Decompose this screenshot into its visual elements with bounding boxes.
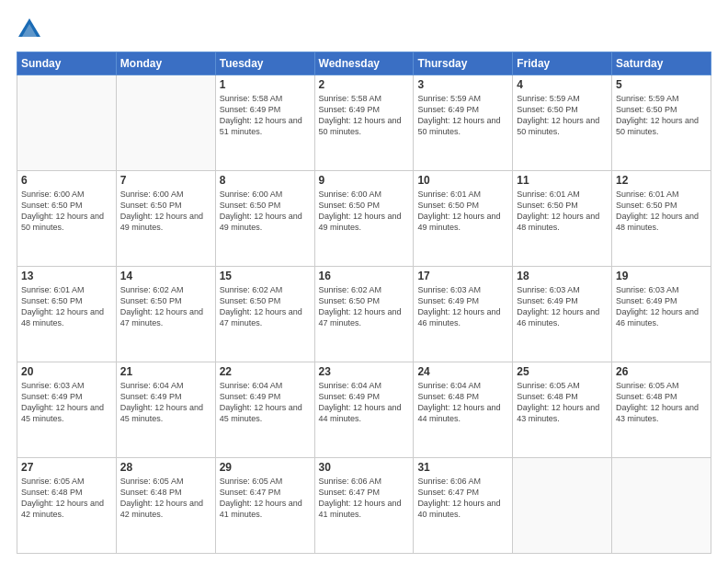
day-info: Sunrise: 5:59 AM Sunset: 6:50 PM Dayligh… (616, 93, 707, 138)
day-info: Sunrise: 6:03 AM Sunset: 6:49 PM Dayligh… (21, 380, 112, 425)
day-info: Sunrise: 6:03 AM Sunset: 6:49 PM Dayligh… (616, 284, 707, 329)
calendar-header-day: Tuesday (215, 52, 314, 75)
day-number: 21 (120, 365, 211, 378)
calendar-day-cell: 5Sunrise: 5:59 AM Sunset: 6:50 PM Daylig… (612, 75, 711, 171)
day-number: 19 (616, 270, 707, 282)
page: SundayMondayTuesdayWednesdayThursdayFrid… (0, 0, 728, 563)
calendar-day-cell: 24Sunrise: 6:04 AM Sunset: 6:48 PM Dayli… (414, 362, 513, 458)
day-info: Sunrise: 6:00 AM Sunset: 6:50 PM Dayligh… (21, 189, 112, 234)
day-info: Sunrise: 6:00 AM Sunset: 6:50 PM Dayligh… (319, 189, 410, 234)
day-number: 26 (616, 365, 707, 378)
calendar-day-cell (612, 458, 711, 554)
calendar-week-row: 13Sunrise: 6:01 AM Sunset: 6:50 PM Dayli… (17, 267, 711, 362)
day-number: 20 (21, 365, 112, 378)
calendar-day-cell (513, 458, 612, 554)
calendar-week-row: 6Sunrise: 6:00 AM Sunset: 6:50 PM Daylig… (17, 171, 711, 267)
day-info: Sunrise: 6:03 AM Sunset: 6:49 PM Dayligh… (417, 284, 508, 329)
calendar-day-cell: 17Sunrise: 6:03 AM Sunset: 6:49 PM Dayli… (414, 267, 513, 362)
day-number: 10 (417, 174, 508, 187)
day-info: Sunrise: 6:01 AM Sunset: 6:50 PM Dayligh… (21, 284, 112, 329)
calendar-day-cell: 19Sunrise: 6:03 AM Sunset: 6:49 PM Dayli… (612, 267, 711, 362)
calendar-day-cell: 20Sunrise: 6:03 AM Sunset: 6:49 PM Dayli… (17, 362, 117, 458)
calendar-day-cell (17, 75, 117, 171)
day-number: 1 (220, 78, 311, 91)
calendar-week-row: 1Sunrise: 5:58 AM Sunset: 6:49 PM Daylig… (17, 75, 711, 171)
day-number: 6 (21, 174, 112, 187)
day-number: 30 (319, 461, 410, 474)
day-number: 29 (220, 461, 311, 474)
calendar-day-cell: 26Sunrise: 6:05 AM Sunset: 6:48 PM Dayli… (612, 362, 711, 458)
calendar-day-cell: 8Sunrise: 6:00 AM Sunset: 6:50 PM Daylig… (215, 171, 314, 267)
day-info: Sunrise: 5:58 AM Sunset: 6:49 PM Dayligh… (319, 93, 410, 138)
calendar-day-cell: 2Sunrise: 5:58 AM Sunset: 6:49 PM Daylig… (314, 75, 414, 171)
calendar-day-cell: 18Sunrise: 6:03 AM Sunset: 6:49 PM Dayli… (513, 267, 612, 362)
day-info: Sunrise: 6:02 AM Sunset: 6:50 PM Dayligh… (319, 284, 410, 329)
header (17, 17, 711, 42)
calendar-day-cell (116, 75, 215, 171)
day-info: Sunrise: 6:01 AM Sunset: 6:50 PM Dayligh… (417, 189, 508, 234)
calendar-table: SundayMondayTuesdayWednesdayThursdayFrid… (17, 52, 711, 554)
day-number: 31 (417, 461, 508, 474)
calendar-header-row: SundayMondayTuesdayWednesdayThursdayFrid… (17, 52, 711, 75)
day-info: Sunrise: 6:01 AM Sunset: 6:50 PM Dayligh… (616, 189, 707, 234)
day-info: Sunrise: 6:05 AM Sunset: 6:48 PM Dayligh… (616, 380, 707, 425)
calendar-day-cell: 23Sunrise: 6:04 AM Sunset: 6:49 PM Dayli… (314, 362, 414, 458)
day-number: 18 (517, 270, 608, 282)
calendar-day-cell: 31Sunrise: 6:06 AM Sunset: 6:47 PM Dayli… (414, 458, 513, 554)
day-number: 3 (417, 78, 508, 91)
calendar-day-cell: 15Sunrise: 6:02 AM Sunset: 6:50 PM Dayli… (215, 267, 314, 362)
calendar-day-cell: 1Sunrise: 5:58 AM Sunset: 6:49 PM Daylig… (215, 75, 314, 171)
day-info: Sunrise: 5:58 AM Sunset: 6:49 PM Dayligh… (220, 93, 311, 138)
calendar-day-cell: 25Sunrise: 6:05 AM Sunset: 6:48 PM Dayli… (513, 362, 612, 458)
logo (17, 17, 46, 42)
day-number: 22 (220, 365, 311, 378)
day-info: Sunrise: 6:04 AM Sunset: 6:49 PM Dayligh… (220, 380, 311, 425)
calendar-day-cell: 14Sunrise: 6:02 AM Sunset: 6:50 PM Dayli… (116, 267, 215, 362)
calendar-week-row: 20Sunrise: 6:03 AM Sunset: 6:49 PM Dayli… (17, 362, 711, 458)
day-number: 24 (417, 365, 508, 378)
calendar-day-cell: 29Sunrise: 6:05 AM Sunset: 6:47 PM Dayli… (215, 458, 314, 554)
day-number: 12 (616, 174, 707, 187)
calendar-header-day: Friday (513, 52, 612, 75)
calendar-day-cell: 7Sunrise: 6:00 AM Sunset: 6:50 PM Daylig… (116, 171, 215, 267)
day-number: 7 (120, 174, 211, 187)
day-info: Sunrise: 6:04 AM Sunset: 6:49 PM Dayligh… (319, 380, 410, 425)
day-number: 2 (319, 78, 410, 91)
calendar-header-day: Thursday (414, 52, 513, 75)
calendar-day-cell: 10Sunrise: 6:01 AM Sunset: 6:50 PM Dayli… (414, 171, 513, 267)
day-number: 4 (517, 78, 608, 91)
calendar-day-cell: 21Sunrise: 6:04 AM Sunset: 6:49 PM Dayli… (116, 362, 215, 458)
day-info: Sunrise: 6:06 AM Sunset: 6:47 PM Dayligh… (319, 476, 410, 521)
day-number: 5 (616, 78, 707, 91)
day-number: 27 (21, 461, 112, 474)
calendar-day-cell: 30Sunrise: 6:06 AM Sunset: 6:47 PM Dayli… (314, 458, 414, 554)
calendar-header-day: Monday (116, 52, 215, 75)
calendar-day-cell: 28Sunrise: 6:05 AM Sunset: 6:48 PM Dayli… (116, 458, 215, 554)
day-info: Sunrise: 6:04 AM Sunset: 6:48 PM Dayligh… (417, 380, 508, 425)
day-number: 8 (220, 174, 311, 187)
day-number: 28 (120, 461, 211, 474)
day-info: Sunrise: 6:03 AM Sunset: 6:49 PM Dayligh… (517, 284, 608, 329)
day-info: Sunrise: 6:05 AM Sunset: 6:48 PM Dayligh… (21, 476, 112, 521)
calendar-header-day: Sunday (17, 52, 117, 75)
calendar-day-cell: 3Sunrise: 5:59 AM Sunset: 6:49 PM Daylig… (414, 75, 513, 171)
calendar-day-cell: 16Sunrise: 6:02 AM Sunset: 6:50 PM Dayli… (314, 267, 414, 362)
day-info: Sunrise: 5:59 AM Sunset: 6:49 PM Dayligh… (417, 93, 508, 138)
day-info: Sunrise: 6:05 AM Sunset: 6:47 PM Dayligh… (220, 476, 311, 521)
day-info: Sunrise: 6:02 AM Sunset: 6:50 PM Dayligh… (220, 284, 311, 329)
calendar-day-cell: 4Sunrise: 5:59 AM Sunset: 6:50 PM Daylig… (513, 75, 612, 171)
day-number: 23 (319, 365, 410, 378)
calendar-day-cell: 27Sunrise: 6:05 AM Sunset: 6:48 PM Dayli… (17, 458, 117, 554)
day-number: 13 (21, 270, 112, 282)
calendar-header-day: Wednesday (314, 52, 414, 75)
calendar-day-cell: 11Sunrise: 6:01 AM Sunset: 6:50 PM Dayli… (513, 171, 612, 267)
calendar-week-row: 27Sunrise: 6:05 AM Sunset: 6:48 PM Dayli… (17, 458, 711, 554)
day-info: Sunrise: 6:04 AM Sunset: 6:49 PM Dayligh… (120, 380, 211, 425)
day-info: Sunrise: 6:06 AM Sunset: 6:47 PM Dayligh… (417, 476, 508, 521)
day-info: Sunrise: 6:02 AM Sunset: 6:50 PM Dayligh… (120, 284, 211, 329)
calendar-day-cell: 12Sunrise: 6:01 AM Sunset: 6:50 PM Dayli… (612, 171, 711, 267)
day-number: 9 (319, 174, 410, 187)
calendar-day-cell: 6Sunrise: 6:00 AM Sunset: 6:50 PM Daylig… (17, 171, 117, 267)
calendar-day-cell: 22Sunrise: 6:04 AM Sunset: 6:49 PM Dayli… (215, 362, 314, 458)
day-number: 14 (120, 270, 211, 282)
